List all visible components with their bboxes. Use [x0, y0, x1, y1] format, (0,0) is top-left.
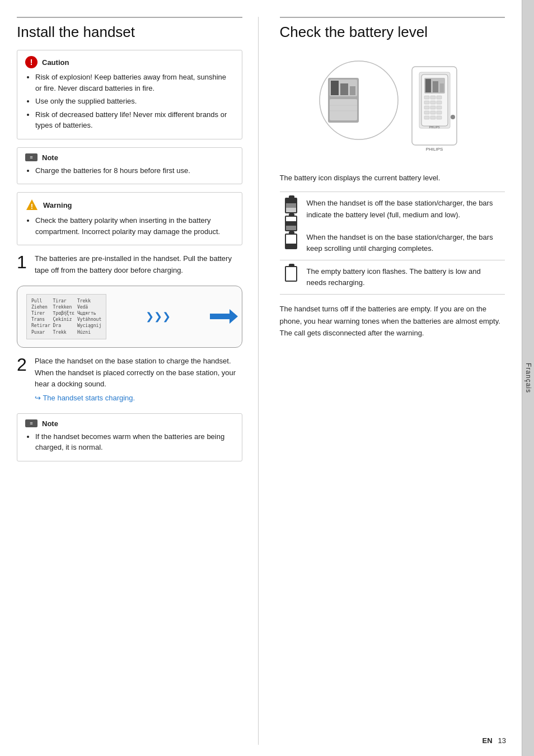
en-label: EN — [482, 736, 492, 745]
step-2-number: 2 — [17, 356, 28, 374]
svg-rect-18 — [424, 106, 429, 109]
left-column: Install the handset ! Caution Risk of ex… — [17, 17, 259, 745]
battery-intro: The battery icon displays the current ba… — [280, 172, 505, 184]
step-1: 1 The batteries are pre-installed in the… — [17, 253, 242, 277]
note-label-2: Note — [42, 419, 58, 428]
battery-icons-stacked — [284, 198, 298, 249]
caution-box: ! Caution Risk of explosion! Keep batter… — [17, 50, 242, 139]
svg-rect-26 — [437, 116, 442, 119]
svg-rect-33 — [350, 86, 355, 95]
warning-icon: ! — [25, 198, 39, 212]
phone-illustration: PHILIPS — [280, 50, 505, 162]
svg-rect-19 — [430, 106, 435, 109]
arrow-icon-1: ❯❯❯ — [146, 310, 171, 323]
svg-text:PHILIPS: PHILIPS — [429, 125, 440, 129]
battery-table: When the handset is off the base station… — [280, 192, 505, 295]
svg-marker-2 — [210, 309, 238, 324]
battery-text-2: The empty battery icon flashes. The batt… — [302, 260, 505, 295]
note-label-1: Note — [42, 153, 58, 162]
tape-label: Pull Tirar Trekk Ziehen Trekken Vedä Tir… — [26, 294, 106, 339]
battery-medium-icon — [285, 216, 297, 231]
svg-rect-32 — [340, 83, 348, 95]
svg-rect-23 — [437, 111, 442, 114]
note-box-1: ≡ Note Charge the batteries for 8 hours … — [17, 147, 242, 185]
page-number: 13 — [498, 736, 506, 745]
note-content-1: Charge the batteries for 8 hours before … — [25, 165, 234, 176]
caution-item-2: Use only the supplied batteries. — [35, 96, 234, 107]
svg-rect-21 — [424, 111, 429, 114]
caution-icon: ! — [25, 56, 38, 68]
step-2-arrow: ↪ The handset starts charging. — [35, 393, 242, 404]
svg-rect-25 — [430, 116, 435, 119]
svg-rect-12 — [424, 96, 429, 99]
note-icon-2: ≡ — [25, 419, 38, 427]
sidebar-tab: Français — [522, 0, 534, 756]
note-content-2: If the handset becomes warm when the bat… — [25, 431, 234, 453]
svg-rect-9 — [425, 79, 431, 92]
svg-rect-16 — [430, 101, 435, 104]
caution-header: ! Caution — [25, 56, 234, 68]
warning-label: Warning — [43, 201, 72, 209]
left-section-title: Install the handset — [17, 17, 242, 41]
battery-outro: The handset turns off if the batteries a… — [280, 303, 505, 339]
warning-header: ! Warning — [25, 198, 234, 212]
footer: EN 13 — [482, 736, 506, 745]
warning-box: ! Warning Check the battery polarity whe… — [17, 192, 242, 245]
battery-full-icon — [285, 198, 297, 213]
battery-icons-cell-2 — [280, 260, 302, 295]
note-header-2: ≡ Note — [25, 419, 234, 428]
caution-item-3: Risk of decreased battery life! Never mi… — [35, 109, 234, 131]
svg-rect-34 — [330, 99, 357, 120]
warning-item-1: Check the battery polarity when insertin… — [35, 215, 234, 237]
svg-rect-17 — [437, 101, 442, 104]
table-row-1: When the handset is off the base station… — [280, 192, 505, 260]
svg-rect-15 — [424, 101, 429, 104]
svg-rect-11 — [440, 83, 444, 92]
warning-content: Check the battery polarity when insertin… — [25, 215, 234, 237]
sidebar-label: Français — [524, 363, 532, 393]
svg-rect-31 — [331, 81, 339, 95]
svg-rect-20 — [437, 106, 442, 109]
right-section-title: Check the battery level — [280, 17, 505, 41]
svg-rect-24 — [424, 116, 429, 119]
caution-content: Risk of explosion! Keep batteries away f… — [25, 72, 234, 131]
svg-rect-14 — [437, 96, 442, 99]
phone-svg: PHILIPS — [314, 50, 471, 162]
step-1-text: The batteries are pre-installed in the h… — [35, 253, 242, 277]
svg-text:PHILIPS: PHILIPS — [425, 147, 443, 152]
step-2-text: Place the handset on the base station to… — [35, 356, 242, 404]
step-2: 2 Place the handset on the base station … — [17, 356, 242, 404]
tape-illustration: Pull Tirar Trekk Ziehen Trekken Vedä Tir… — [17, 286, 242, 348]
battery-empty-icon — [285, 266, 297, 282]
caution-item-1: Risk of explosion! Keep batteries away f… — [35, 72, 234, 94]
note-icon-1: ≡ — [25, 153, 38, 161]
caution-label: Caution — [42, 58, 69, 67]
note-box-2: ≡ Note If the handset becomes warm when … — [17, 413, 242, 461]
battery-text-1: When the handset is off the base station… — [302, 192, 505, 260]
svg-rect-22 — [430, 111, 435, 114]
svg-rect-10 — [433, 81, 438, 92]
battery-icons-cell-1 — [280, 192, 302, 260]
step-1-number: 1 — [17, 253, 28, 271]
battery-low-icon — [285, 234, 297, 249]
table-row-2: The empty battery icon flashes. The batt… — [280, 260, 505, 295]
pull-arrow — [210, 308, 232, 325]
right-column: Check the battery level PHILIPS — [275, 17, 505, 745]
svg-rect-13 — [430, 96, 435, 99]
note-item-2: If the handset becomes warm when the bat… — [35, 431, 234, 453]
note-item-1: Charge the batteries for 8 hours before … — [35, 165, 234, 176]
svg-text:!: ! — [31, 202, 33, 211]
note-header-1: ≡ Note — [25, 153, 234, 162]
svg-point-6 — [451, 115, 455, 119]
tape-arrows: ❯❯❯ — [146, 310, 171, 323]
